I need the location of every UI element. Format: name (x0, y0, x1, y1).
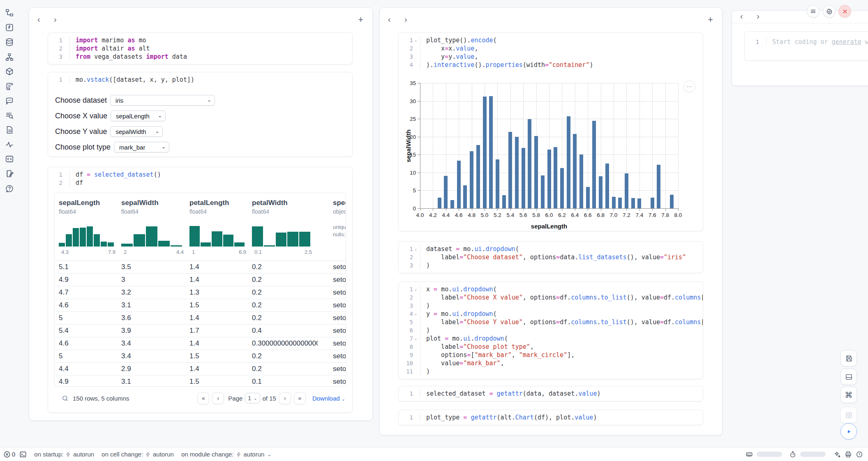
bar-chart: 4.04.24.44.64.85.05.25.45.65.86.06.26.46… (420, 83, 678, 208)
autorun-segment[interactable]: on cell change:autorun (102, 451, 174, 458)
chart-actions-button[interactable]: ⋯ (683, 81, 695, 92)
bar (599, 176, 603, 208)
table-cell: 3 (121, 276, 189, 284)
first-page-button[interactable]: « (197, 392, 209, 404)
dataset-dropdown-cell[interactable]: 1⌄dataset = mo.ui.dropdown(2 label="Choo… (398, 241, 703, 273)
control-row: Choose datasetiris⌄ (55, 95, 352, 105)
xy-plot-code[interactable]: 1⌄x = mo.ui.dropdown(2 label="Choose X v… (399, 282, 703, 379)
selected-dataset-cell[interactable]: 1selected_dataset = getattr(data, datase… (398, 386, 703, 401)
scratchpad-icon[interactable] (5, 169, 14, 178)
chat-bot-icon[interactable] (5, 96, 14, 105)
table-cell: 3.2 (121, 288, 189, 297)
page-select[interactable]: 1⌄ (245, 393, 260, 403)
column-header-sepalLength[interactable]: sepalLengthfloat644.37.9 (59, 193, 121, 260)
app-view-button[interactable] (840, 407, 857, 423)
table-row[interactable]: 53.61.40.2setosa (55, 312, 346, 325)
script-icon[interactable] (5, 82, 14, 91)
run-all-button[interactable] (840, 423, 857, 440)
close-panel-button[interactable] (838, 5, 851, 18)
middle-panel-add-cell-button[interactable]: + (708, 14, 713, 25)
dataframe-cell[interactable]: 1df = selected_dataset()2df sepalLengthf… (48, 167, 353, 413)
clock-icon[interactable] (856, 451, 863, 458)
vstack-cell[interactable]: 1mo.vstack([dataset, x, y, plot]) Choose… (48, 72, 353, 157)
save-button[interactable] (840, 350, 857, 366)
table-row[interactable]: 5.13.51.40.2setosa (55, 261, 346, 274)
xy-plot-dropdowns-cell[interactable]: 1⌄x = mo.ui.dropdown(2 label="Choose X v… (398, 281, 703, 379)
table-cell: 0.4 (252, 327, 318, 335)
logs-search-icon[interactable] (5, 111, 14, 120)
imports-cell[interactable]: 1import marimo as mo2import altair as al… (48, 32, 353, 65)
fold-icon[interactable]: ⌄ (413, 36, 418, 44)
functions-icon[interactable] (5, 23, 14, 32)
table-row[interactable]: 4.63.11.50.2setosa (55, 299, 346, 312)
terminal-icon[interactable] (19, 451, 27, 458)
column-header-petalLength[interactable]: petalLengthfloat6416.9 (189, 193, 252, 260)
column-header-species[interactable]: speciesobjectunique:nulls: (318, 193, 346, 260)
right-panel-forward-button[interactable]: › (757, 12, 760, 20)
fold-icon[interactable]: ⌄ (413, 245, 418, 253)
download-button[interactable]: Download ⌄ (312, 395, 345, 402)
dropdown-select[interactable]: iris⌄ (110, 95, 215, 106)
command-palette-button[interactable]: ⌘ (840, 387, 857, 403)
table-row[interactable]: 4.73.21.30.2setosa (55, 286, 346, 299)
last-page-button[interactable]: » (294, 392, 306, 404)
selected-dataset-code[interactable]: 1selected_dataset = getattr(data, datase… (399, 386, 703, 401)
next-page-button[interactable]: › (279, 392, 291, 404)
placeholder-code[interactable]: 1Start coding or generate with AI (745, 32, 868, 49)
left-panel-forward-button[interactable]: › (54, 15, 57, 23)
line-number: 1 (745, 38, 766, 46)
table-row[interactable]: 4.63.41.40.30000000000000004setosa (55, 337, 346, 350)
left-panel-back-button[interactable]: ‹ (37, 15, 40, 23)
plot-cell[interactable]: 1⌄plot_type().encode(2 x=x.value,3 y=y.v… (398, 32, 703, 231)
table-row[interactable]: 4.42.91.40.2setosa (55, 363, 346, 376)
dropdown-select[interactable]: sepalWidth⌄ (110, 126, 163, 137)
table-row[interactable]: 4.93.11.50.1setosa (55, 376, 346, 387)
file-tree-icon[interactable] (5, 8, 14, 17)
help-icon[interactable] (5, 184, 14, 193)
bar (579, 154, 583, 208)
table-row[interactable]: 5.43.91.70.4setosa (55, 325, 346, 337)
table-cell: 5 (59, 352, 121, 360)
empty-code-cell[interactable]: 1Start coding or generate with AI (744, 31, 868, 61)
snippets-icon[interactable] (5, 154, 14, 164)
autorun-segment[interactable]: on startup:autorun (34, 451, 94, 458)
left-panel-add-cell-button[interactable]: + (358, 14, 363, 25)
dataframe-code[interactable]: 1df = selected_dataset()2df (48, 167, 352, 190)
imports-code[interactable]: 1import marimo as mo2import altair as al… (48, 33, 352, 64)
code-line: 2 label="Choose dataset", options=data.l… (399, 253, 703, 261)
plot-type-cell[interactable]: 1plot_type = getattr(alt.Chart(df), plot… (398, 410, 703, 425)
table-cell: 1.4 (189, 263, 252, 271)
tracing-icon[interactable] (5, 140, 14, 149)
vstack-code[interactable]: 1mo.vstack([dataset, x, y, plot]) (48, 72, 352, 87)
dataset-code[interactable]: 1⌄dataset = mo.ui.dropdown(2 label="Choo… (399, 242, 703, 273)
table-row[interactable]: 4.931.40.2setosa (55, 274, 346, 286)
autorun-segment[interactable]: on module change:autorun⌄ (181, 451, 272, 458)
dependency-graph-icon[interactable] (5, 53, 14, 62)
prev-page-button[interactable]: ‹ (212, 392, 224, 404)
table-row[interactable]: 53.41.50.2setosa (55, 350, 346, 363)
fold-icon[interactable]: ⌄ (413, 285, 418, 293)
layout-toggle-button[interactable] (840, 369, 857, 385)
printer-icon[interactable] (845, 451, 852, 458)
errors-indicator[interactable]: 0 (3, 451, 15, 458)
dropdown-select[interactable]: sepalLength⌄ (111, 111, 166, 121)
menu-button[interactable] (807, 5, 820, 18)
package-icon[interactable] (5, 67, 14, 76)
dropdown-select[interactable]: mark_bar⌄ (114, 142, 169, 152)
column-header-sepalWidth[interactable]: sepalWidthfloat6424.4 (121, 193, 189, 260)
table-cell: 4.9 (59, 276, 121, 284)
right-panel-back-button[interactable]: ‹ (740, 12, 743, 20)
fold-icon[interactable]: ⌄ (413, 334, 418, 343)
settings-gear-button[interactable] (823, 5, 836, 18)
plot-type-code[interactable]: 1plot_type = getattr(alt.Chart(df), plot… (399, 410, 703, 425)
search-icon[interactable] (62, 395, 69, 402)
middle-panel-forward-button[interactable]: › (404, 15, 407, 23)
column-header-petalWidth[interactable]: petalWidthfloat640.12.5 (252, 193, 318, 260)
sparkles-icon[interactable] (833, 451, 841, 458)
code-line: 2import altair as alt (48, 44, 352, 53)
plot-code[interactable]: 1⌄plot_type().encode(2 x=x.value,3 y=y.v… (399, 33, 703, 72)
document-icon[interactable] (5, 125, 14, 134)
middle-panel-back-button[interactable]: ‹ (388, 15, 391, 23)
fold-icon[interactable]: ⌄ (413, 310, 418, 318)
database-icon[interactable] (5, 38, 14, 47)
